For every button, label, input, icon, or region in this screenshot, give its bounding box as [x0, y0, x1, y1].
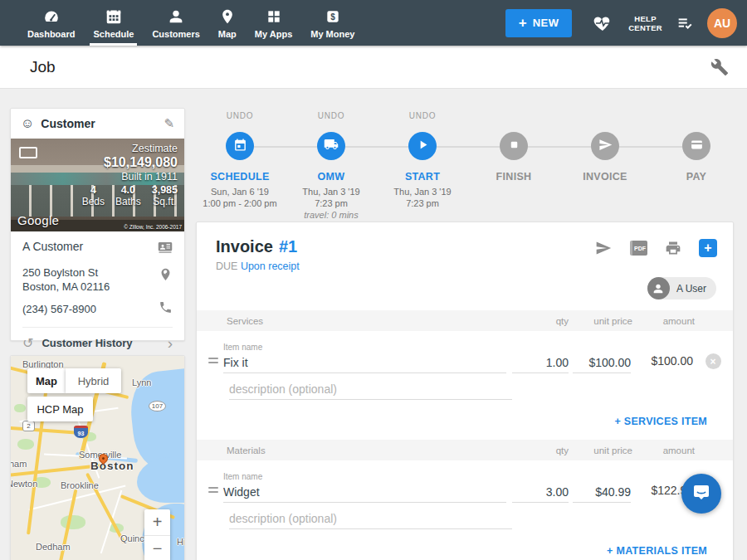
service-description-row [197, 373, 733, 400]
undo-schedule-link[interactable]: UNDO [194, 111, 286, 124]
hcp-map-button[interactable]: HCP Map [27, 397, 93, 421]
undo-omw-link[interactable]: UNDO [286, 111, 377, 124]
step-date: Sun, Jan 6 '19 [194, 186, 286, 197]
service-unit-price-input[interactable] [573, 352, 631, 373]
add-invoice-button[interactable]: + [699, 239, 717, 257]
item-name-label: Item name [223, 472, 506, 481]
map-zoom-controls: + − [144, 509, 170, 560]
step-label: FINISH [468, 171, 559, 183]
send-icon [598, 138, 613, 155]
amount-column-header: amount [632, 316, 696, 326]
map-type-hybrid-button[interactable]: Hybrid [66, 368, 121, 393]
nav-label: My Apps [255, 29, 292, 39]
remove-item-button[interactable]: × [706, 353, 721, 369]
property-photo: Zestimate $10,149,080 Built in 1911 4 Be… [11, 139, 184, 231]
nav-item-dashboard[interactable]: Dashboard [18, 0, 84, 46]
customer-phone: (234) 567-8900 [22, 303, 96, 315]
undo-start-link[interactable]: UNDO [377, 111, 468, 124]
chat-messenger-button[interactable] [681, 474, 721, 514]
customers-icon [167, 7, 185, 27]
user-avatar[interactable]: AU [707, 8, 737, 38]
zoom-in-button[interactable]: + [144, 509, 170, 535]
omw-step-button[interactable] [317, 132, 345, 160]
nav-item-my-apps[interactable]: My Apps [246, 0, 301, 46]
nav-item-schedule[interactable]: Schedule [84, 0, 143, 46]
print-icon[interactable] [665, 240, 681, 256]
nav-item-customers[interactable]: Customers [143, 0, 208, 46]
nav-label: My Money [310, 29, 354, 39]
job-settings-wrench-icon[interactable] [710, 58, 729, 76]
map-park [14, 404, 26, 412]
schedule-step-button[interactable] [226, 132, 254, 160]
drag-handle[interactable] [208, 487, 223, 503]
plus-icon: + [519, 16, 527, 30]
map-label-hingham-clipped: Hi [177, 537, 185, 547]
customer-address: 250 Boylston St Boston, MA 02116 [22, 265, 110, 294]
material-qty-input[interactable] [512, 481, 569, 503]
map-pin-icon [219, 7, 236, 27]
map-label-boston: Boston [90, 460, 134, 472]
help-center-link[interactable]: HELP CENTER [628, 14, 662, 32]
map-type-map-button[interactable]: Map [27, 368, 66, 393]
step-time: 7:23 pm [286, 197, 377, 209]
customer-history-link[interactable]: ↺ Customer History › [11, 328, 184, 358]
phone-icon[interactable] [159, 300, 173, 318]
material-description-input[interactable] [229, 508, 512, 529]
step-label: OMW [286, 171, 377, 183]
invoice-number[interactable]: #1 [279, 237, 297, 256]
drag-handle[interactable] [208, 358, 223, 373]
materials-title: Materials [197, 446, 512, 455]
invoice-step-button[interactable] [591, 132, 619, 160]
stat-label: Beds [82, 196, 105, 207]
nav-item-map[interactable]: Map [209, 0, 246, 46]
customer-name: A Customer [22, 240, 83, 253]
add-services-item-link[interactable]: + SERVICES ITEM [614, 416, 707, 427]
map-water [137, 457, 185, 503]
material-unit-price-input[interactable] [573, 481, 631, 503]
customer-address-row: 250 Boylston St Boston, MA 02116 [22, 258, 173, 294]
address-line1: 250 Boylston St [22, 266, 98, 279]
start-step-button[interactable] [408, 132, 437, 160]
map-park [61, 515, 85, 529]
edit-pencil-icon[interactable]: ✎ [164, 116, 174, 131]
nav-item-my-money[interactable]: $ My Money [301, 0, 364, 46]
truck-icon [324, 137, 339, 155]
due-terms-link[interactable]: Upon receipt [241, 261, 300, 272]
heart-pulse-icon[interactable] [592, 13, 613, 33]
task-list-check-icon[interactable] [674, 14, 696, 32]
step-label: START [377, 171, 468, 183]
new-button[interactable]: + NEW [505, 9, 572, 37]
finish-step-button[interactable] [500, 132, 528, 160]
map-park [17, 439, 34, 450]
assignee-chip[interactable]: A User [647, 277, 716, 299]
add-material-row: + MATERIALS ITEM [197, 529, 733, 560]
add-materials-item-link[interactable]: + MATERIALS ITEM [607, 545, 707, 557]
timeline-step-omw: UNDO OMW Thu, Jan 3 '19 7:23 pm travel: … [286, 111, 377, 221]
invoice-card: Invoice #1 DUE Upon receipt PDF + A User [196, 222, 734, 560]
zoom-out-button[interactable]: − [144, 536, 170, 560]
location-pin-icon[interactable] [159, 265, 173, 285]
messenger-icon [691, 482, 711, 505]
photo-copyright: © Zillow, Inc. 2006-2017 [124, 224, 182, 230]
map-label-brookline: Brookline [61, 480, 99, 490]
assignee-name: A User [670, 283, 716, 295]
pay-step-button[interactable] [682, 132, 710, 160]
invoice-actions: PDF + [594, 239, 717, 257]
invoice-header: Invoice #1 DUE Upon receipt PDF + A User [197, 222, 733, 310]
zestimate-value: $10,149,080 [82, 155, 178, 170]
calendar-icon [233, 138, 247, 155]
timeline-step-finish: FINISH [468, 111, 559, 221]
send-invoice-icon[interactable] [594, 240, 613, 256]
material-item-name-input[interactable] [223, 481, 506, 503]
service-description-input[interactable] [229, 378, 512, 400]
service-qty-input[interactable] [512, 352, 569, 373]
built-year: Built in 1911 [82, 171, 178, 183]
stat-value: 3,985 [152, 184, 178, 196]
play-icon [416, 138, 430, 155]
step-label: SCHEDULE [194, 171, 286, 183]
history-clock-icon: ↺ [22, 337, 33, 350]
service-item-name-input[interactable] [223, 352, 506, 373]
step-date: Thu, Jan 3 '19 [286, 186, 377, 197]
nav-label: Dashboard [27, 29, 75, 39]
pdf-icon[interactable]: PDF [630, 241, 647, 256]
